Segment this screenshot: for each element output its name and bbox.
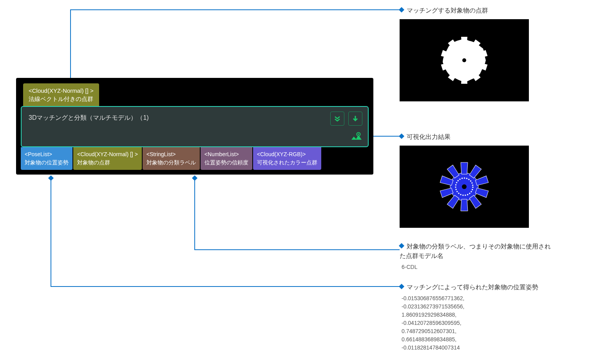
svg-point-7 (462, 184, 467, 189)
download-arrow-icon (351, 115, 359, 123)
gear-silhouette-icon (400, 19, 529, 101)
diamond-icon (399, 284, 404, 289)
visualize-button[interactable] (351, 132, 362, 143)
diamond-icon (399, 7, 404, 13)
eye-landscape-icon (351, 132, 362, 142)
output-port-4[interactable]: <Cloud(XYZ-RGB)>可視化されたカラー点群 (253, 147, 321, 170)
node-panel: <Cloud(XYZ-Normal) [] > 法線ベクトル付きの点群 3Dマッ… (16, 78, 373, 175)
gear-colored-icon (400, 146, 529, 228)
pose-value-line: -0.015306876556771362, (402, 294, 538, 303)
output-port-1[interactable]: <Cloud(XYZ-Normal) [] >対象物の点群 (73, 147, 142, 170)
output-port-label: 対象物の点群 (77, 159, 138, 167)
output-port-label: 位置姿勢の信頼度 (205, 159, 248, 167)
input-port[interactable]: <Cloud(XYZ-Normal) [] > 法線ベクトル付きの点群 (23, 83, 99, 106)
diamond-icon (399, 133, 404, 139)
output-port-label: 対象物の分類ラベル (147, 159, 196, 167)
output-port-label: 対象物の位置姿勢 (25, 159, 69, 167)
annotation-label: 対象物の分類ラベル、つまりその対象物に使用された点群モデル名 6-CDL (400, 242, 556, 271)
pose-value-line: -0.04120728596309595, (402, 319, 538, 327)
annotation-pose: マッチングによって得られた対象物の位置姿勢 -0.015306876556771… (400, 283, 538, 352)
download-button[interactable] (348, 112, 362, 126)
node-title: 3Dマッチングと分類（マルチモデル）（1) (29, 114, 361, 122)
output-port-type: <StringList> (147, 150, 196, 159)
pose-value-line: 1.8609192929834888, (402, 311, 538, 319)
diamond-icon (399, 243, 404, 249)
output-port-2[interactable]: <StringList>対象物の分類ラベル (143, 147, 200, 170)
preview-image-visualize (400, 146, 529, 228)
output-row: <PoseList>対象物の位置姿勢<Cloud(XYZ-Normal) [] … (16, 147, 373, 175)
chevron-double-down-icon (333, 115, 341, 123)
svg-point-4 (462, 58, 466, 62)
pose-value-line: 0.6614883689834885, (402, 335, 538, 344)
expand-button[interactable] (330, 112, 344, 126)
output-port-type: <NumberList> (205, 150, 248, 159)
pose-value-line: -0.023136273971535656, (402, 303, 538, 311)
output-port-type: <PoseList> (25, 150, 69, 159)
output-port-0[interactable]: <PoseList>対象物の位置姿勢 (21, 147, 72, 170)
output-port-3[interactable]: <NumberList>位置姿勢の信頼度 (201, 147, 252, 170)
preview-image-input (400, 19, 529, 101)
annotation-pose-values: -0.015306876556771362,-0.023136273971535… (402, 294, 538, 352)
input-port-type: <Cloud(XYZ-Normal) [] > (29, 86, 94, 95)
node-header[interactable]: 3Dマッチングと分類（マルチモデル）（1) (21, 106, 369, 147)
pose-value-line: -0.01182814784007314 (402, 344, 538, 352)
svg-point-2 (358, 133, 359, 135)
annotation-label-value: 6-CDL (402, 263, 556, 271)
input-port-label: 法線ベクトル付きの点群 (29, 95, 94, 103)
annotation-eye: 可視化出力結果 (400, 132, 529, 228)
output-port-label: 可視化されたカラー点群 (257, 159, 317, 167)
output-port-type: <Cloud(XYZ-Normal) [] > (77, 150, 138, 159)
pose-value-line: 0.7487290512607301, (402, 327, 538, 335)
annotation-input: マッチングする対象物の点群 (400, 6, 529, 101)
output-port-type: <Cloud(XYZ-RGB)> (257, 150, 317, 159)
